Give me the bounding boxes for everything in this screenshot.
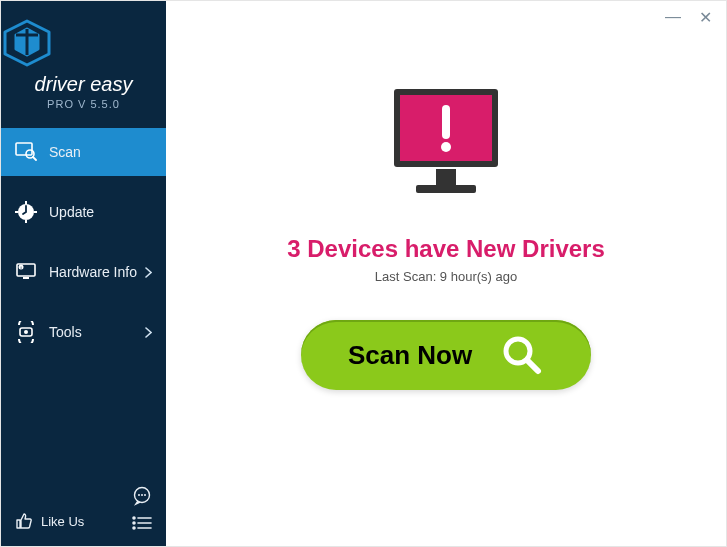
svg-point-19 bbox=[133, 517, 135, 519]
svg-point-14 bbox=[24, 330, 28, 334]
like-us-button[interactable]: Like Us bbox=[15, 512, 84, 530]
svg-point-16 bbox=[138, 494, 140, 496]
app-window: driver easy PRO V 5.5.0 Scan bbox=[0, 0, 727, 547]
feedback-chat-icon[interactable] bbox=[132, 486, 152, 506]
like-us-label: Like Us bbox=[41, 514, 84, 529]
magnifier-icon bbox=[500, 333, 544, 377]
scan-now-button[interactable]: Scan Now bbox=[301, 320, 591, 390]
last-scan-text: Last Scan: 9 hour(s) ago bbox=[375, 269, 517, 284]
svg-rect-27 bbox=[436, 169, 456, 185]
chevron-right-icon bbox=[145, 327, 152, 338]
main-panel: — ✕ 3 Devices have New Drivers Last Scan… bbox=[166, 1, 726, 546]
alert-monitor-icon bbox=[376, 83, 516, 213]
svg-line-3 bbox=[33, 157, 36, 160]
brand-block: driver easy PRO V 5.5.0 bbox=[1, 1, 166, 122]
menu-list-icon[interactable] bbox=[132, 516, 152, 530]
svg-point-17 bbox=[141, 494, 143, 496]
thumbs-up-icon bbox=[15, 512, 33, 530]
svg-point-18 bbox=[144, 494, 146, 496]
footer-icon-stack bbox=[132, 486, 152, 530]
tools-icon bbox=[15, 321, 37, 343]
brand-name: driver easy bbox=[1, 73, 166, 96]
svg-rect-1 bbox=[16, 143, 32, 155]
brand-logo-icon bbox=[1, 19, 166, 67]
scan-monitor-icon bbox=[15, 141, 37, 163]
sidebar-footer: Like Us bbox=[1, 476, 166, 546]
chevron-right-icon bbox=[145, 267, 152, 278]
scan-now-label: Scan Now bbox=[348, 340, 472, 371]
brand-version: PRO V 5.5.0 bbox=[1, 98, 166, 110]
minimize-button[interactable]: — bbox=[665, 8, 681, 26]
svg-rect-10 bbox=[23, 277, 29, 279]
sidebar-item-update[interactable]: Update bbox=[1, 188, 166, 236]
svg-text:i: i bbox=[20, 265, 21, 270]
titlebar: — ✕ bbox=[166, 1, 726, 33]
svg-point-30 bbox=[441, 142, 451, 152]
update-gear-icon bbox=[15, 201, 37, 223]
svg-rect-28 bbox=[416, 185, 476, 193]
close-button[interactable]: ✕ bbox=[699, 8, 712, 27]
sidebar-item-hardware-info[interactable]: i Hardware Info bbox=[1, 248, 166, 296]
svg-line-32 bbox=[527, 360, 538, 371]
sidebar-item-label: Hardware Info bbox=[49, 264, 137, 280]
sidebar-item-label: Update bbox=[49, 204, 94, 220]
sidebar: driver easy PRO V 5.5.0 Scan bbox=[1, 1, 166, 546]
sidebar-item-tools[interactable]: Tools bbox=[1, 308, 166, 356]
svg-point-21 bbox=[133, 522, 135, 524]
svg-point-23 bbox=[133, 527, 135, 529]
content-area: 3 Devices have New Drivers Last Scan: 9 … bbox=[166, 33, 726, 390]
sidebar-item-label: Tools bbox=[49, 324, 82, 340]
sidebar-item-scan[interactable]: Scan bbox=[1, 128, 166, 176]
sidebar-nav: Scan Update bbox=[1, 128, 166, 368]
hardware-monitor-icon: i bbox=[15, 261, 37, 283]
status-headline: 3 Devices have New Drivers bbox=[287, 235, 605, 263]
sidebar-item-label: Scan bbox=[49, 144, 81, 160]
